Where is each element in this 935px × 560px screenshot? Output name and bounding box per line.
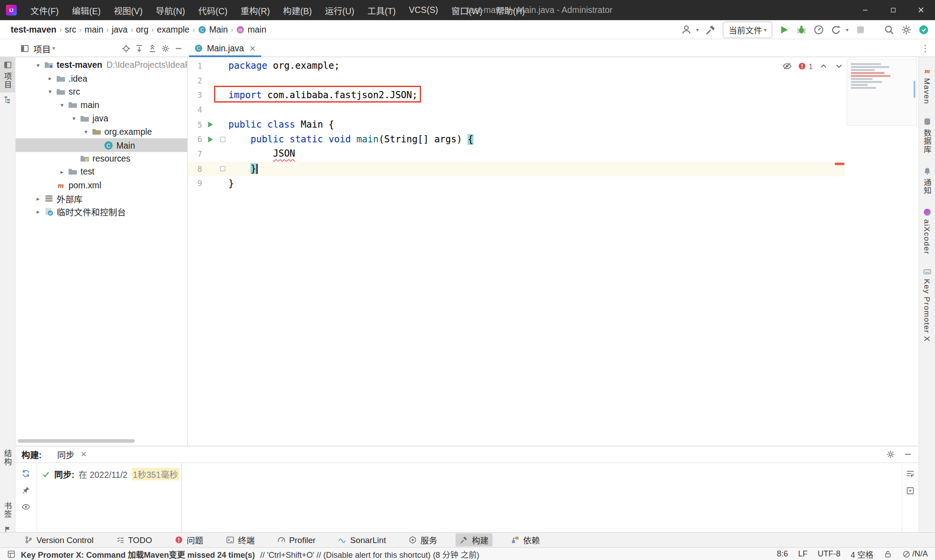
status-widget[interactable]: 4 空格 — [851, 548, 873, 560]
next-error-icon[interactable] — [834, 62, 843, 71]
status-widget[interactable]: 8:6 — [777, 549, 788, 558]
fold-icon[interactable] — [220, 137, 225, 142]
tree-item[interactable]: resources — [16, 152, 188, 165]
run-icon[interactable] — [208, 122, 213, 128]
horizontal-scrollbar[interactable] — [18, 439, 135, 443]
tree-item[interactable]: ▾src — [16, 85, 188, 99]
menu-item[interactable]: 编辑(E) — [65, 0, 107, 20]
refresh-icon[interactable] — [21, 469, 30, 478]
tree-item[interactable]: ▸临时文件和控制台 — [16, 205, 188, 219]
breadcrumb-item[interactable]: src — [63, 25, 79, 34]
inspection-eye-icon[interactable] — [782, 62, 792, 71]
preview-eye-icon[interactable] — [21, 502, 30, 511]
maximize-button[interactable] — [879, 0, 907, 20]
tree-item[interactable]: CMain — [16, 138, 188, 152]
menu-item[interactable]: 工具(T) — [361, 0, 402, 20]
error-count-badge[interactable]: 1 — [798, 62, 813, 71]
chevron-right-icon[interactable]: ▸ — [57, 169, 67, 175]
minimize-button[interactable] — [851, 0, 879, 20]
status-widget[interactable]: LF — [798, 549, 808, 558]
tool-window-button[interactable]: 构建 — [456, 533, 493, 546]
menu-item[interactable]: 构建(B) — [276, 0, 318, 20]
tree-item[interactable]: ▸.idea — [16, 72, 188, 85]
status-widget[interactable]: UTF-8 — [818, 549, 840, 558]
close-button[interactable]: ✕ — [907, 0, 935, 20]
chevron-down-icon[interactable]: ▾ — [45, 88, 54, 95]
breadcrumb-item[interactable]: example — [154, 25, 192, 34]
tool-stripe-bookmarks[interactable]: 书签 — [0, 498, 15, 522]
tree-item[interactable]: ▾java — [16, 112, 188, 125]
chevron-right-icon[interactable]: ▸ — [33, 208, 43, 215]
minimap[interactable] — [847, 59, 917, 126]
menu-item[interactable]: VCS(S) — [402, 0, 445, 20]
tool-window-button[interactable]: 问题 — [171, 533, 208, 546]
panel-settings-icon[interactable] — [161, 44, 170, 53]
chevron-down-icon[interactable]: ▾ — [53, 45, 55, 51]
tree-item[interactable]: ▾org.example — [16, 125, 188, 138]
tool-window-button[interactable]: 依赖 — [507, 533, 544, 546]
plugin-icon[interactable] — [918, 24, 929, 35]
code-line[interactable]: 9} — [188, 176, 845, 191]
more-options-icon[interactable]: ⋮ — [921, 43, 930, 54]
tool-window-button[interactable]: Version Control — [20, 535, 97, 545]
breadcrumb-item[interactable]: main — [82, 25, 106, 34]
breadcrumb-item[interactable]: test-maven — [8, 25, 59, 34]
status-widget[interactable]: /N/A — [902, 549, 928, 558]
breadcrumb-item[interactable]: org — [134, 25, 151, 34]
tool-stripe-item[interactable]: mMaven — [919, 63, 935, 108]
chevron-right-icon[interactable]: ▸ — [45, 75, 54, 82]
rerun-button[interactable] — [831, 24, 842, 35]
code-line[interactable]: 7 JSON — [188, 147, 845, 162]
tree-item[interactable]: ▾test-mavenD:\IdeaProjects\IdeaProje — [16, 58, 188, 72]
code-area[interactable]: 1package org.example;23import com.alibab… — [188, 58, 845, 191]
breadcrumb-item[interactable]: CMain — [196, 25, 230, 34]
chevron-down-icon[interactable]: ▾ — [33, 62, 43, 68]
breadcrumb-item[interactable]: java — [109, 25, 130, 34]
menu-item[interactable]: 视图(V) — [107, 0, 149, 20]
expand-panel-icon[interactable] — [906, 486, 915, 495]
status-widget[interactable] — [884, 550, 892, 558]
code-line[interactable]: 6 public static void main(String[] args)… — [188, 132, 845, 147]
tree-item[interactable]: ▸test — [16, 165, 188, 178]
close-tab-icon[interactable]: ✕ — [249, 44, 256, 53]
chevron-down-icon[interactable]: ▾ — [69, 115, 79, 122]
close-tab-icon[interactable]: ✕ — [80, 450, 87, 459]
run-icon[interactable] — [208, 137, 213, 142]
chevron-right-icon[interactable]: ▸ — [33, 195, 43, 202]
code-line[interactable]: 5public class Main { — [188, 117, 845, 132]
menu-item[interactable]: 导航(N) — [149, 0, 192, 20]
code-line[interactable]: 4 — [188, 103, 845, 117]
menu-item[interactable]: 代码(C) — [192, 0, 234, 20]
tool-window-button[interactable]: 终端 — [222, 533, 259, 546]
tool-stripe-item[interactable]: 数据库 — [919, 114, 935, 157]
tool-window-button[interactable]: Profiler — [273, 535, 320, 545]
project-panel-title[interactable]: 项目 — [33, 42, 51, 54]
hide-panel-icon[interactable] — [174, 44, 183, 53]
status-message[interactable]: Key Promoter X: Command 加载Maven变更 missed… — [7, 548, 480, 560]
tool-stripe-project[interactable]: 项目 — [0, 57, 15, 92]
code-line[interactable]: 1package org.example; — [188, 58, 845, 73]
search-icon[interactable] — [884, 24, 894, 35]
menu-item[interactable]: 运行(U) — [318, 0, 361, 20]
tool-window-button[interactable]: SonarLint — [334, 535, 390, 545]
hide-panel-icon[interactable] — [903, 450, 912, 459]
tool-window-button[interactable]: 服务 — [405, 533, 442, 546]
run-config-select[interactable]: 当前文件 ▾ — [723, 21, 773, 37]
tool-window-button[interactable]: TODO — [112, 535, 156, 545]
collapse-all-icon[interactable] — [148, 44, 157, 53]
minimap-scrollbar[interactable] — [914, 81, 915, 98]
tool-windows-icon[interactable] — [7, 550, 16, 558]
tool-stripe-item[interactable]: Key Promoter X — [919, 264, 935, 346]
tree-item[interactable]: ▸外部库 — [16, 192, 188, 205]
breadcrumb-item[interactable]: mmain — [234, 25, 269, 34]
build-hammer-icon[interactable] — [705, 24, 716, 35]
build-tab-sync[interactable]: 同步 ✕ — [57, 448, 87, 460]
commit-tool-icon[interactable] — [4, 95, 12, 104]
sync-result-row[interactable]: 同步: 在 2022/11/2 1秒351毫秒 — [42, 468, 176, 480]
debug-button[interactable] — [797, 24, 807, 35]
build-settings-icon[interactable] — [886, 450, 895, 459]
tool-stripe-item[interactable]: aiXcoder — [919, 204, 935, 258]
settings-icon[interactable] — [901, 24, 912, 35]
code-line[interactable]: 8 } — [188, 162, 845, 176]
scroll-to-source-icon[interactable] — [135, 44, 144, 53]
